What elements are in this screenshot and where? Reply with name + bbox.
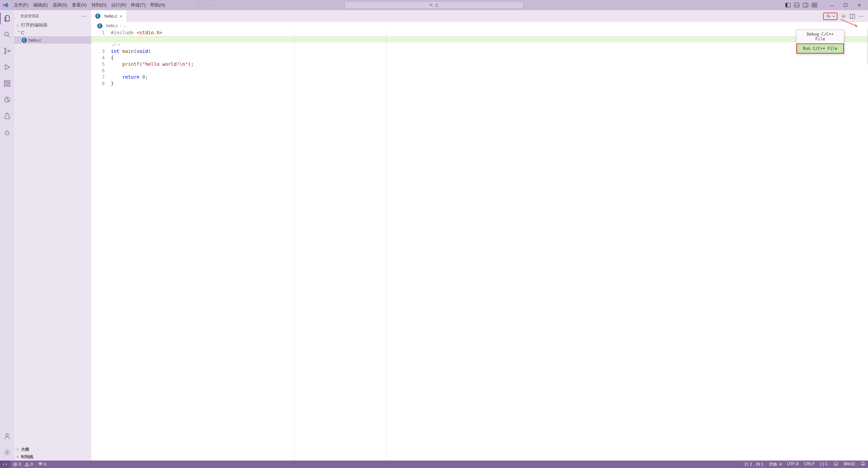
split-editor-icon[interactable] bbox=[850, 14, 855, 19]
nav-forward-icon[interactable]: → bbox=[207, 3, 213, 8]
svg-rect-22 bbox=[8, 81, 10, 83]
status-build-target[interactable]: Win32 bbox=[841, 462, 858, 466]
sidebar-title: 资源管理器 bbox=[20, 14, 39, 19]
editor-area: C hello.c × ⋯ C hello.c › ... 💡 123456 bbox=[91, 10, 868, 461]
c-file-icon: C bbox=[97, 23, 102, 28]
status-feedback-icon[interactable] bbox=[831, 462, 841, 466]
activity-run-debug-icon[interactable] bbox=[2, 62, 12, 72]
svg-point-27 bbox=[843, 16, 844, 17]
activity-bar bbox=[0, 10, 14, 461]
svg-rect-11 bbox=[812, 5, 814, 7]
chevron-down-icon bbox=[832, 14, 835, 19]
svg-point-39 bbox=[834, 462, 838, 466]
tab-close-icon[interactable]: × bbox=[120, 14, 122, 19]
editor-tabs: C hello.c × ⋯ bbox=[91, 10, 868, 22]
tree-open-editors[interactable]: 打开的编辑器 bbox=[14, 21, 91, 29]
svg-rect-20 bbox=[4, 84, 6, 86]
status-bar: 0 0 0 行 2，列 1 空格: 4 UTF-8 CRLF { } C Win… bbox=[0, 461, 868, 468]
svg-rect-7 bbox=[803, 3, 808, 7]
status-encoding[interactable]: UTF-8 bbox=[784, 462, 801, 466]
activity-settings-icon[interactable] bbox=[2, 448, 12, 457]
window-minimize-icon[interactable]: — bbox=[825, 0, 839, 10]
breadcrumbs[interactable]: C hello.c › ... bbox=[91, 22, 868, 30]
svg-point-38 bbox=[40, 464, 41, 465]
svg-rect-9 bbox=[812, 3, 814, 5]
activity-explorer-icon[interactable] bbox=[2, 14, 12, 23]
svg-rect-12 bbox=[815, 5, 817, 7]
search-icon bbox=[429, 3, 433, 7]
settings-gear-icon[interactable] bbox=[841, 14, 846, 19]
window-maximize-icon[interactable] bbox=[839, 0, 852, 10]
status-indentation[interactable]: 空格: 4 bbox=[766, 462, 784, 467]
dropdown-item[interactable]: Debug C/C++ File bbox=[796, 30, 844, 43]
menu-item[interactable]: 选择(S) bbox=[50, 0, 70, 10]
search-text: C bbox=[435, 3, 438, 8]
status-problems[interactable]: 0 0 bbox=[10, 461, 36, 468]
svg-rect-5 bbox=[794, 5, 799, 7]
status-language[interactable]: { } C bbox=[817, 462, 831, 466]
menu-item[interactable]: 终端(T) bbox=[129, 0, 148, 10]
status-eol[interactable]: CRLF bbox=[801, 462, 817, 466]
menu-item[interactable]: 文件(F) bbox=[12, 0, 31, 10]
status-ports[interactable]: 0 bbox=[36, 461, 49, 468]
activity-makefile-icon[interactable] bbox=[2, 128, 12, 137]
status-notifications-icon[interactable] bbox=[858, 462, 868, 466]
run-debug-button[interactable] bbox=[823, 13, 837, 20]
svg-point-25 bbox=[6, 451, 8, 453]
run-dropdown: Debug C/C++ FileRun C/C++ File bbox=[796, 30, 844, 54]
editor-tab-hello-c[interactable]: C hello.c × bbox=[91, 10, 127, 22]
menu-item[interactable]: 编辑(E) bbox=[31, 0, 50, 10]
activity-source-control-icon[interactable] bbox=[2, 46, 12, 56]
dropdown-item[interactable]: Run C/C++ File bbox=[796, 43, 844, 54]
command-center-search[interactable]: C bbox=[344, 1, 524, 9]
menu-item[interactable]: 查看(V) bbox=[70, 0, 89, 10]
c-file-icon: C bbox=[95, 14, 100, 19]
play-bug-icon bbox=[826, 14, 832, 19]
svg-point-14 bbox=[5, 32, 8, 36]
activity-extensions-icon[interactable] bbox=[2, 79, 12, 88]
menu-item[interactable]: 帮助(H) bbox=[148, 0, 167, 10]
code-editor[interactable]: 💡 12345678 #include <stdio.h>int main(vo… bbox=[91, 30, 868, 461]
svg-point-16 bbox=[4, 48, 6, 50]
activity-accounts-icon[interactable] bbox=[2, 431, 12, 441]
c-file-icon: C bbox=[22, 38, 27, 43]
svg-point-26 bbox=[829, 16, 831, 17]
activity-search-icon[interactable] bbox=[2, 30, 12, 39]
window-close-icon[interactable]: ✕ bbox=[852, 0, 866, 10]
activity-testing-icon[interactable] bbox=[2, 111, 12, 121]
svg-rect-21 bbox=[8, 84, 10, 86]
svg-rect-10 bbox=[815, 3, 817, 5]
svg-rect-19 bbox=[4, 81, 6, 83]
svg-point-0 bbox=[430, 4, 432, 6]
tree-outline[interactable]: 大纲 bbox=[14, 446, 91, 453]
nav-back-icon[interactable]: ← bbox=[196, 3, 202, 8]
svg-line-15 bbox=[8, 36, 10, 38]
svg-point-17 bbox=[4, 52, 6, 54]
svg-point-18 bbox=[8, 50, 10, 52]
remote-indicator-icon[interactable] bbox=[0, 461, 10, 468]
tree-timeline[interactable]: 时间线 bbox=[14, 453, 91, 461]
status-cursor-position[interactable]: 行 2，列 1 bbox=[742, 462, 766, 467]
toggle-panel-bottom-icon[interactable] bbox=[794, 2, 800, 8]
titlebar: 文件(F)编辑(E)选择(S)查看(V)转到(G)运行(R)终端(T)帮助(H)… bbox=[0, 0, 868, 10]
editor-more-icon[interactable]: ⋯ bbox=[859, 14, 864, 19]
tree-folder-root[interactable]: C bbox=[14, 29, 91, 36]
svg-rect-13 bbox=[844, 3, 847, 6]
code-action-hint-icon[interactable] bbox=[112, 42, 120, 47]
svg-rect-3 bbox=[786, 3, 787, 7]
menu-bar: 文件(F)编辑(E)选择(S)查看(V)转到(G)运行(R)终端(T)帮助(H) bbox=[12, 0, 167, 10]
vscode-logo-icon bbox=[0, 2, 12, 8]
menu-item[interactable]: 转到(G) bbox=[89, 0, 109, 10]
toggle-panel-right-icon[interactable] bbox=[803, 2, 808, 8]
sidebar-more-icon[interactable]: ⋯ bbox=[81, 13, 87, 19]
svg-point-24 bbox=[6, 434, 8, 436]
sidebar-explorer: 资源管理器 ⋯ 打开的编辑器 C C hello.c 大纲 时间线 bbox=[14, 10, 91, 461]
toggle-panel-left-icon[interactable] bbox=[785, 2, 791, 8]
activity-cmake-icon[interactable] bbox=[2, 95, 12, 104]
tree-file-hello-c[interactable]: C hello.c bbox=[14, 36, 91, 44]
menu-item[interactable]: 运行(R) bbox=[109, 0, 129, 10]
svg-line-1 bbox=[432, 6, 433, 7]
customize-layout-icon[interactable] bbox=[812, 2, 817, 8]
